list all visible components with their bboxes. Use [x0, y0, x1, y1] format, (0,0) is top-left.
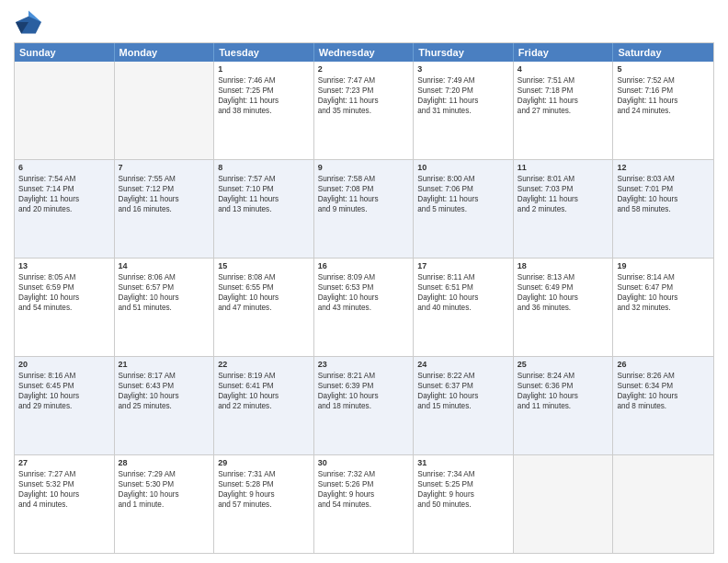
- day-number: 16: [318, 261, 410, 270]
- cell-info-line: Sunset: 6:59 PM: [18, 282, 110, 293]
- day-number: 17: [417, 261, 509, 270]
- cell-info-line: Sunrise: 7:54 AM: [18, 174, 110, 184]
- empty-cell: [514, 455, 614, 553]
- cell-info-line: Daylight: 10 hours: [18, 293, 110, 303]
- cell-info-line: Sunset: 7:14 PM: [18, 184, 110, 194]
- day-number: 21: [119, 360, 210, 369]
- cell-info-line: and 43 minutes.: [318, 303, 410, 313]
- cell-info-line: Sunrise: 8:26 AM: [617, 371, 710, 381]
- cell-info-line: Sunrise: 8:11 AM: [417, 272, 509, 282]
- cell-info-line: Daylight: 10 hours: [518, 293, 609, 303]
- cell-info-line: and 35 minutes.: [318, 106, 410, 116]
- cell-info-line: Daylight: 10 hours: [617, 293, 710, 303]
- day-number: 8: [218, 163, 310, 172]
- day-number: 18: [518, 261, 609, 270]
- day-cell-2: 2Sunrise: 7:47 AMSunset: 7:23 PMDaylight…: [314, 62, 415, 159]
- header-day-thursday: Thursday: [414, 43, 514, 62]
- logo: [14, 9, 47, 35]
- day-number: 28: [119, 458, 210, 467]
- cell-info-line: Sunrise: 8:05 AM: [18, 272, 110, 282]
- cell-info-line: Sunrise: 8:16 AM: [18, 371, 110, 381]
- cell-info-line: Sunrise: 8:00 AM: [417, 174, 509, 184]
- day-number: 6: [18, 163, 110, 172]
- header-day-sunday: Sunday: [15, 43, 115, 62]
- cell-info-line: Sunrise: 7:58 AM: [318, 174, 410, 184]
- day-number: 4: [518, 64, 609, 74]
- day-number: 1: [218, 64, 310, 74]
- calendar-body: 1Sunrise: 7:46 AMSunset: 7:25 PMDaylight…: [15, 62, 713, 553]
- day-cell-16: 16Sunrise: 8:09 AMSunset: 6:53 PMDayligh…: [314, 259, 415, 356]
- cell-info-line: Daylight: 10 hours: [119, 391, 210, 401]
- calendar-header: SundayMondayTuesdayWednesdayThursdayFrid…: [15, 43, 713, 62]
- day-cell-22: 22Sunrise: 8:19 AMSunset: 6:41 PMDayligh…: [214, 357, 314, 454]
- cell-info-line: Sunset: 6:57 PM: [119, 282, 210, 293]
- cell-info-line: Sunset: 6:34 PM: [617, 381, 710, 391]
- cell-info-line: Sunset: 6:51 PM: [417, 282, 509, 293]
- cell-info-line: Sunset: 7:06 PM: [417, 184, 509, 194]
- cell-info-line: Daylight: 11 hours: [218, 194, 310, 204]
- cell-info-line: and 54 minutes.: [18, 303, 110, 313]
- day-number: 30: [318, 458, 410, 467]
- cell-info-line: Daylight: 10 hours: [518, 391, 609, 401]
- cell-info-line: Sunset: 6:45 PM: [18, 381, 110, 391]
- cell-info-line: Sunrise: 7:32 AM: [318, 469, 410, 479]
- cell-info-line: and 58 minutes.: [617, 204, 710, 214]
- cell-info-line: Sunrise: 7:55 AM: [119, 174, 210, 184]
- day-cell-25: 25Sunrise: 8:24 AMSunset: 6:36 PMDayligh…: [514, 357, 614, 454]
- cell-info-line: Sunset: 7:23 PM: [318, 86, 410, 96]
- cell-info-line: Sunset: 7:08 PM: [318, 184, 410, 194]
- cell-info-line: Sunrise: 8:17 AM: [119, 371, 210, 381]
- empty-cell: [613, 455, 713, 553]
- day-cell-20: 20Sunrise: 8:16 AMSunset: 6:45 PMDayligh…: [15, 357, 115, 454]
- cell-info-line: Daylight: 11 hours: [518, 96, 609, 106]
- cell-info-line: Sunrise: 7:27 AM: [18, 469, 110, 479]
- day-cell-31: 31Sunrise: 7:34 AMSunset: 5:25 PMDayligh…: [414, 455, 514, 553]
- day-cell-26: 26Sunrise: 8:26 AMSunset: 6:34 PMDayligh…: [613, 357, 713, 454]
- day-cell-28: 28Sunrise: 7:29 AMSunset: 5:30 PMDayligh…: [115, 455, 215, 553]
- cell-info-line: Sunset: 7:16 PM: [617, 86, 710, 96]
- day-number: 12: [617, 163, 710, 172]
- cell-info-line: Sunset: 5:26 PM: [318, 479, 410, 489]
- cell-info-line: Sunrise: 8:21 AM: [318, 371, 410, 381]
- cell-info-line: Sunrise: 7:31 AM: [218, 469, 310, 479]
- cell-info-line: Sunset: 5:32 PM: [18, 479, 110, 489]
- cell-info-line: Sunset: 5:25 PM: [417, 479, 509, 489]
- cell-info-line: Daylight: 10 hours: [119, 489, 210, 500]
- cell-info-line: and 40 minutes.: [417, 303, 509, 313]
- cell-info-line: Daylight: 11 hours: [318, 96, 410, 106]
- cell-info-line: Daylight: 11 hours: [518, 194, 609, 204]
- page-header: [14, 9, 714, 35]
- cell-info-line: Sunrise: 8:09 AM: [318, 272, 410, 282]
- day-cell-29: 29Sunrise: 7:31 AMSunset: 5:28 PMDayligh…: [214, 455, 314, 553]
- cell-info-line: Daylight: 10 hours: [218, 293, 310, 303]
- cell-info-line: Daylight: 10 hours: [417, 293, 509, 303]
- day-number: 31: [417, 458, 509, 467]
- day-number: 22: [218, 360, 310, 369]
- cell-info-line: Daylight: 10 hours: [617, 391, 710, 401]
- cell-info-line: and 11 minutes.: [518, 401, 609, 411]
- day-cell-24: 24Sunrise: 8:22 AMSunset: 6:37 PMDayligh…: [414, 357, 514, 454]
- cell-info-line: Sunset: 6:41 PM: [218, 381, 310, 391]
- cell-info-line: Daylight: 11 hours: [318, 194, 410, 204]
- cell-info-line: Sunrise: 7:49 AM: [417, 75, 509, 86]
- day-cell-17: 17Sunrise: 8:11 AMSunset: 6:51 PMDayligh…: [414, 259, 514, 356]
- cell-info-line: Sunrise: 7:46 AM: [218, 75, 310, 86]
- cell-info-line: Sunset: 6:37 PM: [417, 381, 509, 391]
- cell-info-line: and 36 minutes.: [518, 303, 609, 313]
- cell-info-line: Daylight: 10 hours: [318, 391, 410, 401]
- header-day-saturday: Saturday: [613, 43, 713, 62]
- cell-info-line: Sunset: 6:55 PM: [218, 282, 310, 293]
- cell-info-line: Sunrise: 8:22 AM: [417, 371, 509, 381]
- cell-info-line: Sunrise: 8:08 AM: [218, 272, 310, 282]
- day-cell-15: 15Sunrise: 8:08 AMSunset: 6:55 PMDayligh…: [214, 259, 314, 356]
- cell-info-line: Daylight: 9 hours: [318, 489, 410, 500]
- cell-info-line: Sunrise: 8:24 AM: [518, 371, 609, 381]
- cell-info-line: Daylight: 11 hours: [119, 194, 210, 204]
- cell-info-line: and 27 minutes.: [518, 106, 609, 116]
- header-day-monday: Monday: [115, 43, 215, 62]
- cell-info-line: Sunrise: 7:29 AM: [119, 469, 210, 479]
- cell-info-line: Daylight: 11 hours: [417, 194, 509, 204]
- day-number: 13: [18, 261, 110, 270]
- day-number: 9: [318, 163, 410, 172]
- cell-info-line: Sunset: 7:20 PM: [417, 86, 509, 96]
